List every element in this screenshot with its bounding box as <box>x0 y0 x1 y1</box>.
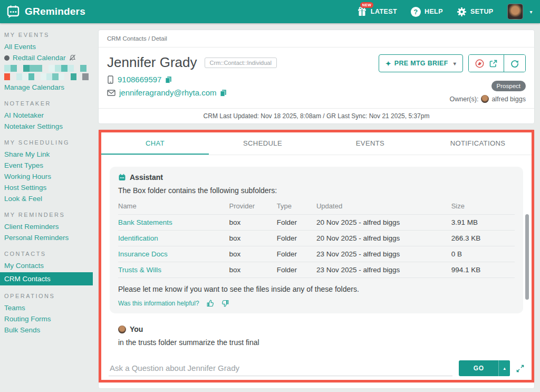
cell-type: Folder <box>277 215 316 231</box>
copy-phone-icon[interactable] <box>165 76 172 83</box>
app-root: GReminders NEW LATEST ? HELP <box>0 0 540 392</box>
calendar-activity-swatch <box>22 73 28 80</box>
folder-link[interactable]: Bank Statements <box>118 218 172 226</box>
page-title: Jennifer Grady <box>107 54 197 71</box>
user-message-text: in the trusts folder summarize the trust… <box>118 338 515 347</box>
email-row: jenniferagrandy@rhyta.com <box>107 88 277 97</box>
sidebar-item-host-settings[interactable]: Host Settings <box>4 182 89 193</box>
cell-type: Folder <box>277 246 316 262</box>
sidebar-item-ai-notetaker[interactable]: AI Notetaker <box>4 110 89 121</box>
tab-notifications[interactable]: NOTIFICATIONS <box>424 132 532 155</box>
contact-card: CRM Contacts / Detail Jennifer Grady Crm… <box>98 30 535 124</box>
setup-button[interactable]: SETUP <box>457 7 494 17</box>
col-header-type: Type <box>277 198 316 215</box>
cell-provider: box <box>229 215 277 231</box>
open-in-crm-button[interactable] <box>469 55 504 72</box>
external-link-icon <box>489 60 497 68</box>
calendar-activity-swatch <box>55 65 61 72</box>
calendar-activity-swatch <box>74 65 80 72</box>
calendar-activity-swatch <box>36 65 42 72</box>
cell-size: 266.3 KB <box>451 231 515 246</box>
new-badge: NEW <box>360 2 373 8</box>
sidebar-item-notetaker-settings[interactable]: Notetaker Settings <box>4 121 89 132</box>
contact-email-link[interactable]: jenniferagrandy@rhyta.com <box>119 88 216 97</box>
tab-events[interactable]: EVENTS <box>316 132 424 155</box>
cell-type: Folder <box>277 262 316 278</box>
sidebar-item-my-contacts[interactable]: My Contacts <box>4 260 89 271</box>
chevron-down-icon: ▾ <box>454 61 456 66</box>
calendar-activity-swatch <box>59 73 64 80</box>
sidebar-item-bulk-sends[interactable]: Bulk Sends <box>4 324 89 336</box>
setup-label: SETUP <box>470 8 494 15</box>
brand[interactable]: GReminders <box>6 5 85 18</box>
cell-size: 0 B <box>451 246 515 262</box>
calendar-activity-swatch <box>64 73 70 80</box>
bell-off-icon[interactable] <box>69 54 76 61</box>
folder-link[interactable]: Insurance Docs <box>118 250 168 258</box>
subfolders-table: Name Provider Type Updated Size <box>118 198 515 278</box>
col-header-updated: Updated <box>316 198 451 215</box>
sidebar-item-crm-contacts[interactable]: CRM Contacts <box>0 272 93 285</box>
go-dropdown-caret-icon[interactable]: ▴ <box>498 360 510 376</box>
sync-refresh-button[interactable] <box>504 55 525 72</box>
mail-icon <box>107 90 115 96</box>
folder-link[interactable]: Identification <box>118 234 158 242</box>
tab-chat[interactable]: CHAT <box>101 132 209 155</box>
latest-label: LATEST <box>371 8 397 15</box>
user-mini-avatar <box>118 326 126 333</box>
contact-type-badge: Crm::Contact::Individual <box>205 58 277 68</box>
section-contacts: CONTACTS <box>4 251 89 257</box>
assistant-message: Assistant The Box folder contains the fo… <box>110 167 523 313</box>
sidebar-item-manage-calendars[interactable]: Manage Calendars <box>4 82 89 93</box>
latest-button[interactable]: NEW LATEST <box>357 7 397 16</box>
cell-provider: box <box>229 262 277 278</box>
assistant-outro: Please let me know if you want to see th… <box>118 285 515 293</box>
chat-input-row: GO ▴ <box>101 357 532 380</box>
folder-link[interactable]: Trusts & Wills <box>118 266 161 274</box>
cell-updated: 20 Nov 2025 - alfred biggs <box>316 231 451 246</box>
help-label: HELP <box>425 8 443 15</box>
account-menu[interactable]: ▾ <box>507 4 533 20</box>
ask-question-input[interactable] <box>109 360 452 376</box>
top-nav: NEW LATEST ? HELP <box>357 4 533 20</box>
sidebar-item-share-my-link[interactable]: Share My Link <box>4 149 89 160</box>
calendar-color-dot <box>4 55 9 61</box>
calendar-activity-swatch <box>82 73 88 80</box>
brand-name: GReminders <box>25 6 85 17</box>
copy-email-icon[interactable] <box>220 89 227 97</box>
sidebar-item-teams[interactable]: Teams <box>4 302 89 313</box>
sidebar-item-personal-reminders[interactable]: Personal Reminders <box>4 232 89 243</box>
go-button[interactable]: GO ▴ <box>459 360 510 376</box>
calendar-activity-row-1 <box>4 65 89 72</box>
sidebar-item-redtail-calendar[interactable]: Redtail Calendar <box>4 52 89 63</box>
thumbs-up-icon[interactable] <box>207 300 214 307</box>
help-button[interactable]: ? HELP <box>411 7 443 17</box>
section-operations: OPERATIONS <box>4 293 89 299</box>
feedback-row: Was this information helpful? <box>118 300 515 307</box>
cell-updated: 23 Nov 2025 - alfred biggs <box>316 246 451 262</box>
chat-scrollbar-thumb[interactable] <box>525 214 529 300</box>
col-header-provider: Provider <box>229 198 277 215</box>
contact-phone-link[interactable]: 9108669597 <box>118 75 161 84</box>
calendar-activity-swatch <box>30 65 36 72</box>
calendar-activity-swatch <box>17 65 23 72</box>
sidebar-item-all-events[interactable]: All Events <box>4 41 89 52</box>
chat-message-list: Assistant The Box folder contains the fo… <box>101 155 532 357</box>
sidebar-item-event-types[interactable]: Event Types <box>4 160 89 171</box>
calendar-activity-swatch <box>34 73 40 80</box>
redtail-crm-icon <box>475 59 484 68</box>
sidebar-item-routing-forms[interactable]: Routing Forms <box>4 313 89 324</box>
thumbs-down-icon[interactable] <box>221 300 229 307</box>
sidebar-item-working-hours[interactable]: Working Hours <box>4 171 89 182</box>
feedback-label[interactable]: Was this information helpful? <box>118 300 199 307</box>
pre-mtg-brief-button[interactable]: ✦ PRE MTG BRIEF ▾ <box>379 54 463 72</box>
owner-avatar <box>481 95 489 103</box>
assistant-label: Assistant <box>130 173 163 181</box>
sidebar-item-client-reminders[interactable]: Client Reminders <box>4 221 89 232</box>
sidebar-item-look-feel[interactable]: Look & Feel <box>4 193 89 204</box>
expand-icon[interactable] <box>516 365 524 372</box>
phone-row: 9108669597 <box>107 75 277 84</box>
breadcrumb[interactable]: CRM Contacts / Detail <box>99 30 534 47</box>
owners-row: Owner(s): alfred biggs <box>450 95 526 103</box>
tab-schedule[interactable]: SCHEDULE <box>209 132 316 155</box>
